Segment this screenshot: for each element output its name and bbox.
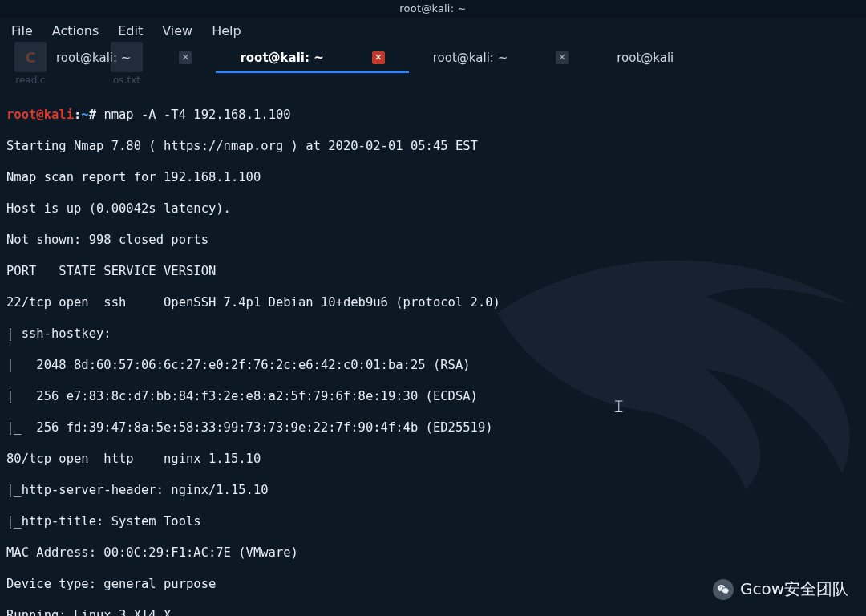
wechat-icon bbox=[713, 579, 734, 600]
prompt-line: root@kali:~# nmap -A -T4 192.168.1.100 bbox=[6, 107, 860, 124]
close-icon[interactable]: ✕ bbox=[179, 51, 192, 64]
tab-label: root@kali: ~ bbox=[56, 51, 131, 65]
terminal-output[interactable]: root@kali:~# nmap -A -T4 192.168.1.100 S… bbox=[0, 87, 866, 616]
close-icon[interactable]: ✕ bbox=[372, 51, 385, 64]
tab-label: root@kali: ~ bbox=[433, 51, 508, 65]
window-titlebar: root@kali: ~ bbox=[0, 0, 866, 18]
prompt-at: @ bbox=[36, 107, 43, 122]
output-line: Starting Nmap 7.80 ( https://nmap.org ) … bbox=[6, 139, 860, 155]
output-line: | ssh-hostkey: bbox=[6, 326, 860, 342]
menu-view[interactable]: View bbox=[162, 23, 192, 38]
command-text: nmap -A -T4 192.168.1.100 bbox=[103, 107, 290, 122]
output-line: | 256 e7:83:8c:d7:bb:84:f3:2e:e8:a2:5f:7… bbox=[6, 389, 860, 405]
output-line: Host is up (0.00042s latency). bbox=[6, 201, 860, 217]
prompt-hash: # bbox=[89, 107, 96, 122]
output-line: Not shown: 998 closed ports bbox=[6, 233, 860, 249]
menubar: File Actions Edit View Help bbox=[0, 18, 866, 43]
terminal-tab-active[interactable]: root@kali: ~ ✕ bbox=[232, 47, 392, 68]
output-line: 80/tcp open http nginx 1.15.10 bbox=[6, 452, 860, 468]
output-line: |_http-server-header: nginx/1.15.10 bbox=[6, 483, 860, 499]
output-line: MAC Address: 00:0C:29:F1:AC:7E (VMware) bbox=[6, 545, 860, 561]
output-line: Running: Linux 3.X|4.X bbox=[6, 608, 860, 617]
terminal-tab[interactable]: root@kali: ~ ✕ bbox=[48, 47, 200, 68]
watermark-text: Gcow安全团队 bbox=[740, 578, 848, 600]
output-line: 22/tcp open ssh OpenSSH 7.4p1 Debian 10+… bbox=[6, 295, 860, 311]
output-line: |_ 256 fd:39:47:8a:5e:58:33:99:73:73:9e:… bbox=[6, 420, 860, 436]
tab-label: root@kali: ~ bbox=[240, 51, 323, 65]
output-line: PORT STATE SERVICE VERSION bbox=[6, 264, 860, 280]
output-line: Nmap scan report for 192.168.1.100 bbox=[6, 170, 860, 186]
terminal-tab[interactable]: root@kali bbox=[609, 47, 682, 68]
terminal-tab[interactable]: root@kali: ~ ✕ bbox=[425, 47, 577, 68]
desktop-file-label: read.c bbox=[14, 75, 47, 86]
menu-help[interactable]: Help bbox=[212, 23, 241, 38]
watermark: Gcow安全团队 bbox=[713, 578, 848, 600]
prompt-host: kali bbox=[44, 107, 74, 122]
menu-edit[interactable]: Edit bbox=[118, 23, 143, 38]
close-icon[interactable]: ✕ bbox=[556, 51, 569, 64]
output-line: |_http-title: System Tools bbox=[6, 514, 860, 530]
menu-file[interactable]: File bbox=[11, 23, 33, 38]
output-line: | 2048 8d:60:57:06:6c:27:e0:2f:76:2c:e6:… bbox=[6, 358, 860, 374]
desktop-file-label: os.txt bbox=[111, 75, 143, 86]
window-title: root@kali: ~ bbox=[399, 2, 466, 14]
tabbar: root@kali: ~ ✕ root@kali: ~ ✕ root@kali:… bbox=[0, 43, 866, 72]
prompt-user: root bbox=[6, 107, 36, 122]
prompt-path: ~ bbox=[81, 107, 88, 122]
menu-actions[interactable]: Actions bbox=[52, 23, 99, 38]
prompt-sep: : bbox=[74, 107, 81, 122]
text-cursor-icon: 𝙸 bbox=[613, 396, 625, 417]
tab-label: root@kali bbox=[617, 51, 674, 65]
